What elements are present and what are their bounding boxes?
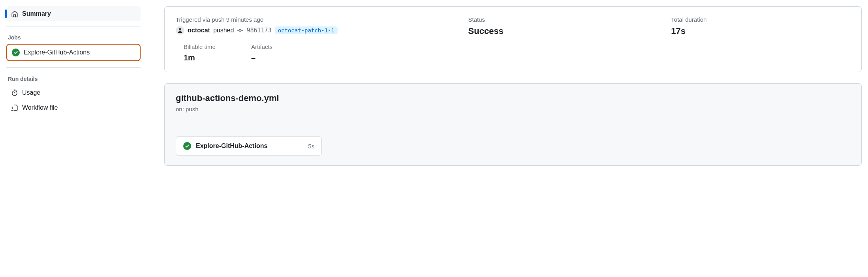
- summary-top-row: Triggered via push 9 minutes ago octocat…: [176, 16, 850, 36]
- main-content: Triggered via push 9 minutes ago octocat…: [164, 6, 862, 177]
- stopwatch-icon: [11, 89, 18, 96]
- success-check-icon: [12, 49, 20, 56]
- job-label: Explore-GitHub-Actions: [24, 49, 90, 56]
- trigger-via: Triggered via push: [176, 16, 225, 23]
- workflow-file-name: github-actions-demo.yml: [176, 93, 850, 103]
- svg-point-1: [176, 26, 184, 34]
- sidebar-item-summary[interactable]: Summary: [6, 6, 141, 21]
- jobs-heading: Jobs: [6, 31, 141, 44]
- summary-label: Summary: [22, 10, 51, 17]
- sidebar-job-explore-github-actions[interactable]: Explore-GitHub-Actions: [6, 44, 141, 61]
- artifacts-block: Artifacts –: [251, 43, 272, 62]
- billable-block: Billable time 1m: [184, 43, 216, 62]
- action-verb: pushed: [213, 27, 234, 34]
- summary-panel: Triggered via push 9 minutes ago octocat…: [164, 6, 862, 72]
- divider: [6, 26, 141, 26]
- run-details-heading: Run details: [6, 73, 141, 85]
- workflow-trigger: on: push: [176, 106, 850, 112]
- artifacts-label: Artifacts: [251, 43, 272, 50]
- workflow-panel: github-actions-demo.yml on: push Explore…: [164, 83, 862, 166]
- billable-value: 1m: [184, 53, 216, 62]
- workflow-file-label: Workflow file: [22, 104, 58, 111]
- artifacts-value: –: [251, 53, 272, 62]
- sidebar-item-usage[interactable]: Usage: [6, 85, 141, 100]
- success-check-icon: [183, 142, 191, 150]
- trigger-time: 9 minutes ago: [226, 16, 263, 23]
- summary-meta-row: Billable time 1m Artifacts –: [176, 43, 850, 62]
- branch-link[interactable]: octocat-patch-1-1: [275, 26, 338, 34]
- svg-point-2: [239, 30, 241, 32]
- duration-value: 17s: [671, 26, 850, 36]
- duration-block: Total duration 17s: [671, 16, 850, 36]
- status-block: Status Success: [468, 16, 648, 36]
- usage-label: Usage: [22, 89, 40, 96]
- trigger-text: Triggered via push 9 minutes ago: [176, 16, 445, 23]
- actor-link[interactable]: octocat: [188, 27, 210, 34]
- trigger-line: octocat pushed 9861173 octocat-patch-1-1: [176, 26, 445, 35]
- sidebar: Summary Jobs Explore-GitHub-Actions Run …: [6, 6, 164, 177]
- status-label: Status: [468, 16, 648, 23]
- commit-sha-link[interactable]: 9861173: [246, 27, 271, 34]
- status-value: Success: [468, 26, 648, 36]
- billable-label: Billable time: [184, 43, 216, 50]
- duration-label: Total duration: [671, 16, 850, 23]
- avatar: [176, 26, 184, 35]
- workflow-job-name: Explore-GitHub-Actions: [196, 142, 303, 150]
- workflow-job-card[interactable]: Explore-GitHub-Actions 5s: [176, 136, 322, 156]
- sidebar-item-workflow-file[interactable]: Workflow file: [6, 100, 141, 115]
- workflow-job-time: 5s: [308, 143, 314, 150]
- workflow-file-icon: [11, 104, 18, 111]
- commit-icon: [237, 27, 243, 34]
- trigger-block: Triggered via push 9 minutes ago octocat…: [176, 16, 445, 36]
- home-icon: [11, 10, 18, 17]
- divider: [6, 67, 141, 68]
